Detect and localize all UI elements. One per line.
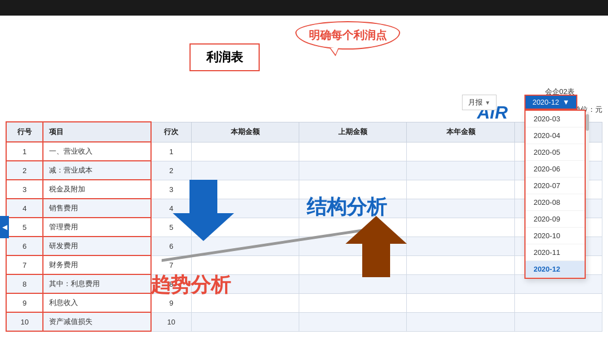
qushi-text: 趋势分析 — [150, 272, 231, 299]
cell-ytd-amount — [407, 293, 514, 312]
cell-ytd-amount — [407, 180, 514, 199]
dropdown-item-2020-12[interactable]: 2020-12 — [526, 261, 585, 278]
cell-item: 管理费用 — [43, 218, 150, 237]
arrow-down-blue-shape — [173, 180, 234, 241]
cell-row-num: 9 — [6, 293, 43, 312]
header-ytd-amount: 本年金额 — [407, 122, 514, 142]
cell-seq: 10 — [151, 312, 192, 331]
table-row: 3 税金及附加 3 — [6, 180, 602, 199]
scrollbar-thumb[interactable] — [586, 114, 589, 131]
cell-row-num: 6 — [6, 237, 43, 255]
cell-row-num: 7 — [6, 255, 43, 274]
cell-lastyear-amount — [514, 312, 602, 331]
cell-cur-amount — [191, 161, 299, 180]
cell-item: 税金及附加 — [43, 180, 150, 199]
table-header-row: 行号 项目 行次 本期金额 上期金额 本年金额 上年金额 — [6, 122, 602, 142]
cell-item: 一、营业收入 — [43, 142, 150, 161]
cell-row-num: 8 — [6, 274, 43, 293]
bubble-tail-inner — [330, 48, 338, 55]
table-row: 10 资产减值损失 10 — [6, 312, 602, 331]
table-row: 8 其中：利息费用 8 — [6, 274, 602, 293]
period-type-select[interactable]: 月报 ▼ — [462, 95, 497, 110]
header-prev-amount: 上期金额 — [299, 122, 407, 142]
dropdown-item-2020-06[interactable]: 2020-06 — [526, 161, 585, 178]
cell-ytd-amount — [407, 237, 514, 255]
header-row-num: 行号 — [6, 122, 43, 142]
collapse-button[interactable]: ◀ — [0, 216, 9, 238]
header-cur-amount: 本期金额 — [191, 122, 299, 142]
top-bar — [0, 0, 608, 16]
title-box: 利润表 — [189, 43, 260, 71]
cell-row-num: 10 — [6, 312, 43, 331]
cell-prev-amount — [299, 312, 407, 331]
cell-item: 其中：利息费用 — [43, 274, 150, 293]
cell-item: 利息收入 — [43, 293, 150, 312]
dropdown-chevron: ▼ — [562, 98, 570, 106]
dropdown-item-2020-03[interactable]: 2020-03 — [526, 111, 585, 127]
table-row: 1 一、营业收入 1 — [6, 142, 602, 161]
arrow-tip-blue — [173, 213, 234, 241]
cell-prev-amount — [299, 161, 407, 180]
cell-item: 研发费用 — [43, 237, 150, 255]
cell-item: 财务费用 — [43, 255, 150, 274]
arrow-rect-blue — [189, 180, 217, 213]
cell-row-num: 3 — [6, 180, 43, 199]
dropdown-item-2020-10[interactable]: 2020-10 — [526, 228, 585, 244]
speech-bubble: 明确每个利润点 — [295, 21, 400, 50]
cell-seq: 2 — [151, 161, 192, 180]
cell-ytd-amount — [407, 161, 514, 180]
cell-lastyear-amount — [514, 293, 602, 312]
dropdown-item-2020-08[interactable]: 2020-08 — [526, 194, 585, 211]
cell-item: 销售费用 — [43, 199, 150, 218]
cell-row-num: 1 — [6, 142, 43, 161]
cell-ytd-amount — [407, 312, 514, 331]
period-dropdown-list: 2020-03 2020-04 2020-05 2020-06 2020-07 … — [524, 110, 586, 279]
cell-cur-amount — [191, 312, 299, 331]
table-row: 2 减：营业成本 2 — [6, 161, 602, 180]
speech-bubble-content: 明确每个利润点 — [295, 21, 400, 50]
controls-row: 月报 ▼ — [462, 95, 497, 110]
cell-row-num: 4 — [6, 199, 43, 218]
arrow-rect-brown — [362, 244, 390, 277]
cell-ytd-amount — [407, 274, 514, 293]
cell-ytd-amount — [407, 142, 514, 161]
main-area: 明确每个利润点 利润表 AiR 会企02表 单位：元 月报 ▼ 2020-12 … — [0, 16, 608, 364]
arrow-up-brown-shape — [346, 216, 407, 277]
cell-ytd-amount — [407, 218, 514, 237]
bubble-text: 明确每个利润点 — [309, 29, 387, 41]
cell-ytd-amount — [407, 255, 514, 274]
cell-cur-amount — [191, 142, 299, 161]
table-row: 4 销售费用 4 — [6, 199, 602, 218]
cell-ytd-amount — [407, 199, 514, 218]
period-type-label: 月报 — [468, 97, 483, 107]
dropdown-item-2020-04[interactable]: 2020-04 — [526, 127, 585, 144]
dropdown-item-2020-05[interactable]: 2020-05 — [526, 144, 585, 161]
scrollbar-track — [586, 112, 589, 190]
dropdown-item-2020-11[interactable]: 2020-11 — [526, 244, 585, 261]
cell-prev-amount — [299, 274, 407, 293]
jiegou-text: 结构分析 — [307, 194, 387, 221]
cell-row-num: 5 — [6, 218, 43, 237]
cell-item: 减：营业成本 — [43, 161, 150, 180]
selected-period-label: 2020-12 — [532, 98, 559, 106]
cell-prev-amount — [299, 142, 407, 161]
dropdown-item-2020-09[interactable]: 2020-09 — [526, 211, 585, 228]
arrow-up-brown — [346, 216, 407, 277]
cell-row-num: 2 — [6, 161, 43, 180]
cell-prev-amount — [299, 293, 407, 312]
cell-item: 资产减值损失 — [43, 312, 150, 331]
table-row: 9 利息收入 9 — [6, 293, 602, 312]
period-dropdown-selected[interactable]: 2020-12 ▼ — [524, 95, 577, 110]
title-text: 利润表 — [206, 50, 243, 64]
header-item: 项目 — [43, 122, 150, 142]
dropdown-item-2020-07[interactable]: 2020-07 — [526, 178, 585, 194]
period-dropdown-wrapper: 2020-12 ▼ 2020-03 2020-04 2020-05 2020-0… — [524, 95, 577, 110]
header-seq: 行次 — [151, 122, 192, 142]
collapse-icon: ◀ — [2, 223, 7, 231]
arrow-down-blue — [173, 180, 234, 241]
period-type-chevron: ▼ — [485, 100, 490, 106]
cell-seq: 1 — [151, 142, 192, 161]
